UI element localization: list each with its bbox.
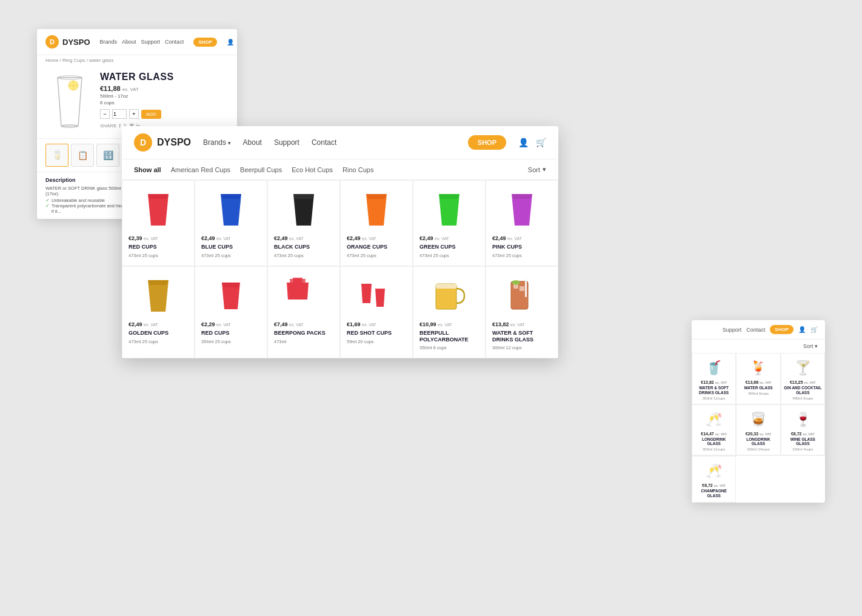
product-beerpong[interactable]: €7,49 ex. VAT BEERPONG PACKS 473ml	[267, 266, 340, 359]
mini-name-5: LONGDRINK GLASS	[739, 437, 777, 447]
product-golden-cup[interactable]: €2,49 ex. VAT GOLDEN CUPS 473ml 25 cups	[122, 266, 195, 359]
product-red-cup-sm[interactable]: €2,29 ex. VAT RED CUPS 354ml 25 cups	[195, 266, 267, 359]
filter-american[interactable]: American Red Cups	[171, 166, 230, 173]
facebook-icon[interactable]: f	[119, 123, 121, 129]
mini-detail-6: 320ml 4cups	[792, 447, 813, 451]
mini-card-2[interactable]: 🍹 €13,88 ex. VAT WATER GLASS 390ml 6cups	[736, 353, 780, 404]
sort-arrow-icon: ▾	[543, 166, 546, 173]
red-cup-sm-detail: 354ml 25 cups	[201, 339, 231, 344]
mini-price-6: €8,72 ex. VAT	[791, 432, 815, 436]
nav-contact[interactable]: Contact	[165, 39, 184, 45]
nav-brands[interactable]: Brands	[100, 39, 118, 45]
filter-show-all[interactable]: Show all	[134, 166, 161, 173]
cart-icon[interactable]: 🛒	[236, 39, 237, 45]
shot-cup-name: RED SHOT CUPS	[347, 330, 392, 336]
product-logo[interactable]: D DYSPO	[45, 35, 90, 49]
mini-name-7: CHAMPAGNE GLASS	[695, 489, 733, 498]
mini-card-3[interactable]: 🍸 €13,25 ex. VAT GIN AND COCKTAIL GLASS …	[781, 353, 825, 404]
nav-contact-shop[interactable]: Contact	[312, 138, 336, 147]
product-image	[45, 72, 94, 132]
black-cup-price: €2,49 ex. VAT	[274, 235, 304, 241]
right-account-icon[interactable]: 👤	[798, 326, 806, 333]
mini-card-6[interactable]: 🍷 €8,72 ex. VAT WINE GLASS GLASS 320ml 4…	[781, 404, 825, 456]
green-cup-name: GREEN CUPS	[419, 244, 456, 250]
svg-point-12	[512, 280, 520, 285]
shop-logo-text: DYSPO	[157, 137, 191, 148]
account-icon-shop[interactable]: 👤	[518, 138, 529, 147]
filter-eco[interactable]: Eco Hot Cups	[292, 166, 333, 173]
golden-cup-image	[140, 274, 176, 316]
black-cup-image	[286, 188, 322, 230]
nav-about[interactable]: About	[122, 39, 136, 45]
nav-support-shop[interactable]: Support	[274, 138, 299, 147]
mini-name-1: WATER & SOFT DRINKS GLASS	[695, 386, 733, 395]
water-soft-detail: 300ml 12 cups	[492, 345, 522, 350]
right-nav-contact[interactable]: Contact	[746, 327, 765, 333]
golden-cup-name: GOLDEN CUPS	[129, 330, 169, 336]
product-pink-cup[interactable]: €2,49 ex. VAT PINK CUPS 473ml 25 cups	[486, 180, 558, 266]
mini-card-5[interactable]: 🥃 €20,32 ex. VAT LONGDRINK GLASS 320ml 2…	[736, 404, 780, 456]
right-mini-grid: 🥤 €13,82 ex. VAT WATER & SOFT DRINKS GLA…	[692, 353, 825, 455]
shop-button-product[interactable]: SHOP	[193, 38, 217, 47]
right-nav-support[interactable]: Support	[723, 327, 742, 333]
mini-price-3: €13,25 ex. VAT	[790, 380, 816, 384]
nav-support[interactable]: Support	[141, 39, 161, 45]
red-cup-sm-name: RED CUPS	[201, 330, 230, 336]
product-shot-cup[interactable]: €1,69 ex. VAT RED SHOT CUPS 59ml 20 cups	[340, 266, 413, 359]
golden-cup-detail: 473ml 25 cups	[129, 339, 158, 344]
thumb-2[interactable]: 📋	[71, 144, 94, 167]
shop-button[interactable]: SHOP	[468, 135, 506, 150]
mini-img-4: 🥂	[706, 409, 722, 430]
sort-button[interactable]: Sort ▾	[528, 166, 546, 173]
right-cart-icon[interactable]: 🛒	[810, 326, 818, 333]
shop-logo[interactable]: D DYSPO	[134, 133, 191, 152]
shop-nav-links: Brands About Support Contact	[203, 138, 456, 147]
orange-cup-image	[358, 188, 395, 230]
filter-bar: Show all American Red Cups Beerpull Cups…	[122, 159, 558, 180]
thumb-3[interactable]: 🔢	[96, 144, 119, 167]
cart-icon-shop[interactable]: 🛒	[536, 138, 546, 147]
orange-cup-name: ORANGE CUPS	[347, 244, 387, 250]
product-blue-cup[interactable]: €2,49 ex. VAT BLUE CUPS 473ml 25 cups	[195, 180, 267, 266]
mini-detail-2: 390ml 6cups	[748, 392, 769, 395]
beerpong-image	[286, 274, 322, 316]
desc-text-col: WATER or SOFT DRINK glass 500ml (17oz) ✓…	[45, 186, 135, 214]
product-water-soft[interactable]: €13,82 ex. VAT WATER & SOFT DRINKS GLASS…	[486, 266, 558, 359]
product-red-cup[interactable]: €2,39 ex. VAT RED CUPS 473ml 25 cups	[122, 180, 195, 266]
mini-price-1: €13,82 ex. VAT	[701, 380, 727, 384]
mini-img-5: 🥃	[750, 409, 766, 430]
red-cup-name: RED CUPS	[129, 244, 157, 250]
thumb-1[interactable]: 🥛	[45, 144, 68, 167]
svg-rect-11	[525, 279, 527, 297]
mini-card-4[interactable]: 🥂 €14,47 ex. VAT LONGDRINK GLASS 300ml 1…	[692, 404, 736, 456]
nav-about-shop[interactable]: About	[243, 138, 262, 147]
mini-price-2: €13,88 ex. VAT	[746, 380, 772, 384]
product-orange-cup[interactable]: €2,49 ex. VAT ORANGE CUPS 473ml 25 cups	[340, 180, 413, 266]
red-cup-price: €2,39 ex. VAT	[129, 235, 158, 241]
qty-plus[interactable]: +	[129, 109, 139, 119]
nav-brands-shop[interactable]: Brands	[203, 138, 231, 147]
qty-input[interactable]	[112, 109, 127, 119]
add-to-cart-button[interactable]: ADD	[141, 110, 161, 119]
filter-beerpull[interactable]: Beerpull Cups	[240, 166, 282, 173]
breadcrumb: Home / Ring Cups / water glass	[37, 55, 237, 65]
mini-detail-1: 300ml 12cups	[703, 397, 725, 400]
product-green-cup[interactable]: €2,49 ex. VAT GREEN CUPS 473ml 25 cups	[413, 180, 486, 266]
products-grid-row2: €2,49 ex. VAT GOLDEN CUPS 473ml 25 cups …	[122, 266, 558, 359]
share-label: SHARE	[100, 123, 117, 129]
mini-price-4: €14,47 ex. VAT	[701, 432, 727, 436]
logo-text: DYSPO	[62, 38, 90, 47]
right-sort[interactable]: Sort ▾	[692, 340, 825, 353]
right-shop-button[interactable]: SHOP	[770, 325, 794, 334]
mini-card-7[interactable]: 🥂 €8,72 ex. VAT CHAMPAGNE GLASS	[692, 456, 736, 503]
product-beerpull[interactable]: €10,99 ex. VAT BEERPULL POLYCARBONATE 35…	[413, 266, 486, 359]
account-icon[interactable]: 👤	[227, 39, 234, 45]
mini-card-1[interactable]: 🥤 €13,82 ex. VAT WATER & SOFT DRINKS GLA…	[692, 353, 736, 404]
beerpull-image	[431, 274, 467, 316]
product-black-cup[interactable]: €2,49 ex. VAT BLACK CUPS 473ml 25 cups	[267, 180, 340, 266]
filter-rino[interactable]: Rino Cups	[342, 166, 373, 173]
orange-cup-detail: 473ml 25 cups	[347, 253, 376, 258]
qty-minus[interactable]: −	[100, 109, 110, 119]
quantity-row: − + ADD	[100, 109, 229, 119]
blue-cup-name: BLUE CUPS	[201, 244, 233, 250]
